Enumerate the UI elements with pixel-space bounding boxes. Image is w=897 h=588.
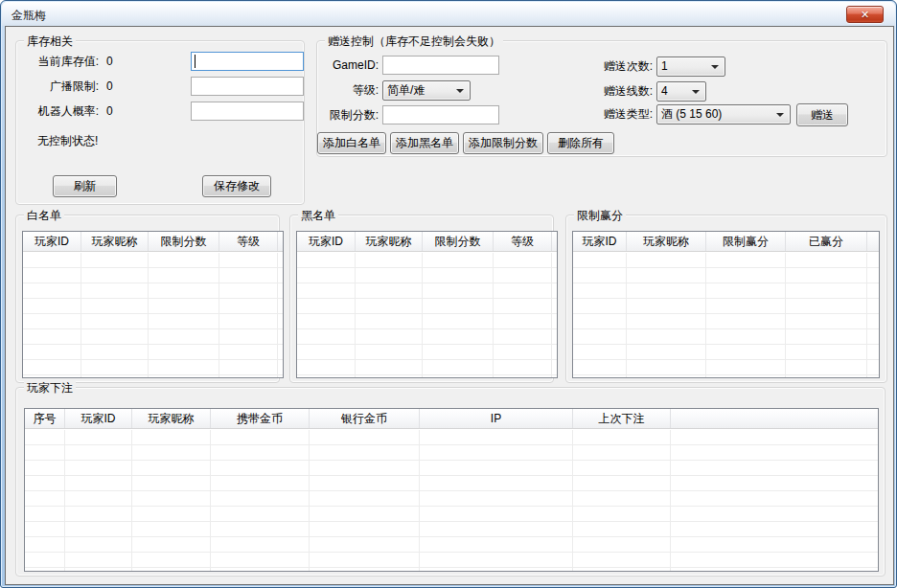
- column-header-blacklist-1[interactable]: 玩家昵称: [356, 232, 423, 251]
- table-gridline: [493, 253, 494, 377]
- table-gridline: [419, 430, 420, 571]
- player-bets-table[interactable]: 序号玩家ID玩家昵称携带金币银行金币IP上次下注: [24, 408, 879, 572]
- text-caret: [195, 55, 196, 68]
- gameid-label: GameID:: [317, 56, 379, 75]
- blacklist-table-header: 玩家ID玩家昵称限制分数等级: [297, 232, 557, 252]
- add-limit-score-button[interactable]: 添加限制分数: [463, 132, 543, 154]
- control-status-text: 无控制状态!: [37, 133, 98, 149]
- player-bets-table-body[interactable]: [25, 430, 878, 571]
- refresh-button-label: 刷新: [74, 176, 97, 196]
- table-gridline: [866, 253, 867, 377]
- inventory-group-label: 库存相关: [24, 34, 76, 50]
- whitelist-table[interactable]: 玩家ID玩家昵称限制分数等级: [22, 231, 284, 378]
- column-header-bets-0[interactable]: 序号: [25, 409, 65, 428]
- column-header-limitwin-3[interactable]: 已赢分: [786, 232, 867, 251]
- current-stock-input[interactable]: [191, 52, 304, 71]
- column-header-limitwin-0[interactable]: 玩家ID: [573, 232, 627, 251]
- add-whitelist-button-label: 添加白名单: [323, 133, 380, 153]
- window: 金瓶梅 ✕ 库存相关 当前库存值: 0 广播限制: 0 机器人概率: 0 无控制…: [0, 0, 897, 588]
- column-header-bets-3[interactable]: 携带金币: [211, 409, 310, 428]
- column-header-whitelist-3[interactable]: 等级: [219, 232, 278, 251]
- column-header-blacklist-3[interactable]: 等级: [494, 232, 552, 251]
- limit-score-label: 限制分数:: [317, 105, 379, 124]
- send-gift-button-label: 赠送: [811, 104, 834, 125]
- chevron-down-icon: [456, 89, 464, 93]
- gift-times-label: 赠送次数:: [591, 57, 653, 76]
- column-header-bets-6[interactable]: 上次下注: [573, 409, 671, 428]
- inventory-group: 库存相关 当前库存值: 0 广播限制: 0 机器人概率: 0 无控制状态! 刷新…: [15, 40, 305, 205]
- column-header-bets-2[interactable]: 玩家昵称: [132, 409, 211, 428]
- table-gridline: [218, 253, 219, 377]
- gift-control-group: 赠送控制（库存不足控制会失败） GameID: 等级: 简单/难 限制分数: 赠…: [316, 40, 887, 157]
- column-header-whitelist-2[interactable]: 限制分数: [149, 232, 219, 251]
- table-gridline: [572, 430, 573, 571]
- chevron-down-icon: [711, 65, 719, 69]
- blacklist-group: 黑名单 玩家ID玩家昵称限制分数等级: [289, 215, 554, 383]
- limit-win-table[interactable]: 玩家ID玩家昵称限制赢分已赢分: [572, 231, 880, 378]
- whitelist-table-body[interactable]: [23, 253, 283, 377]
- column-header-filler: [867, 232, 879, 251]
- robot-probability-label: 机器人概率:: [20, 102, 99, 121]
- close-icon: ✕: [861, 9, 869, 20]
- limit-win-group: 限制赢分 玩家ID玩家昵称限制赢分已赢分: [565, 215, 887, 383]
- close-button[interactable]: ✕: [846, 6, 884, 23]
- broadcast-limit-input[interactable]: [191, 77, 304, 96]
- add-blacklist-button[interactable]: 添加黑名单: [390, 132, 459, 154]
- robot-probability-input[interactable]: [191, 102, 304, 121]
- table-gridline: [422, 253, 423, 377]
- table-gridline: [670, 430, 671, 571]
- column-header-whitelist-1[interactable]: 玩家昵称: [81, 232, 149, 251]
- limit-score-input[interactable]: [382, 105, 499, 124]
- column-header-blacklist-0[interactable]: 玩家ID: [297, 232, 356, 251]
- table-gridline: [355, 253, 356, 377]
- table-gridline: [551, 253, 552, 377]
- column-header-blacklist-2[interactable]: 限制分数: [423, 232, 494, 251]
- table-gridline: [210, 430, 211, 571]
- table-gridline: [64, 430, 65, 571]
- gift-type-select[interactable]: 酒 (5 15 60): [656, 104, 791, 124]
- gift-type-value: 酒 (5 15 60): [661, 105, 722, 124]
- table-gridline: [705, 253, 706, 377]
- column-header-limitwin-1[interactable]: 玩家昵称: [627, 232, 706, 251]
- refresh-button[interactable]: 刷新: [53, 175, 117, 197]
- add-limit-score-button-label: 添加限制分数: [469, 133, 538, 153]
- column-header-filler: [552, 232, 557, 251]
- gift-control-group-label: 赠送控制（库存不足控制会失败）: [325, 34, 503, 50]
- send-gift-button[interactable]: 赠送: [796, 103, 848, 126]
- gameid-input[interactable]: [382, 56, 499, 75]
- add-whitelist-button[interactable]: 添加白名单: [317, 132, 386, 154]
- column-header-whitelist-0[interactable]: 玩家ID: [23, 232, 81, 251]
- column-header-bets-4[interactable]: 银行金币: [310, 409, 420, 428]
- player-bets-group: 玩家下注 序号玩家ID玩家昵称携带金币银行金币IP上次下注: [15, 387, 886, 577]
- player-bets-group-label: 玩家下注: [24, 380, 76, 396]
- level-select-value: 简单/难: [387, 81, 425, 100]
- save-button[interactable]: 保存修改: [202, 175, 271, 197]
- level-select[interactable]: 简单/难: [382, 80, 471, 101]
- column-header-limitwin-2[interactable]: 限制赢分: [706, 232, 786, 251]
- column-header-bets-1[interactable]: 玩家ID: [65, 409, 132, 428]
- add-blacklist-button-label: 添加黑名单: [396, 133, 453, 153]
- table-gridline: [626, 253, 627, 377]
- table-gridline: [785, 253, 786, 377]
- delete-all-button-label: 删除所有: [558, 133, 604, 153]
- gift-lines-select[interactable]: 4: [656, 81, 706, 102]
- gift-lines-value: 4: [661, 82, 668, 101]
- whitelist-group-label: 白名单: [24, 208, 64, 224]
- limit-win-table-header: 玩家ID玩家昵称限制赢分已赢分: [573, 232, 879, 252]
- client-area: 库存相关 当前库存值: 0 广播限制: 0 机器人概率: 0 无控制状态! 刷新…: [5, 26, 894, 585]
- column-header-filler: [671, 409, 878, 428]
- table-gridline: [80, 253, 81, 377]
- column-header-bets-5[interactable]: IP: [420, 409, 573, 428]
- gift-times-value: 1: [661, 57, 668, 76]
- titlebar[interactable]: 金瓶梅 ✕: [2, 2, 895, 26]
- limit-win-table-body[interactable]: [573, 253, 879, 377]
- gift-type-label: 赠送类型:: [591, 104, 653, 124]
- blacklist-table[interactable]: 玩家ID玩家昵称限制分数等级: [296, 231, 558, 378]
- delete-all-button[interactable]: 删除所有: [547, 132, 614, 154]
- current-stock-label: 当前库存值:: [20, 52, 99, 71]
- blacklist-table-body[interactable]: [297, 253, 557, 377]
- table-gridline: [309, 430, 310, 571]
- broadcast-limit-value: 0: [106, 77, 113, 96]
- gift-times-select[interactable]: 1: [656, 57, 725, 77]
- table-gridline: [148, 253, 149, 377]
